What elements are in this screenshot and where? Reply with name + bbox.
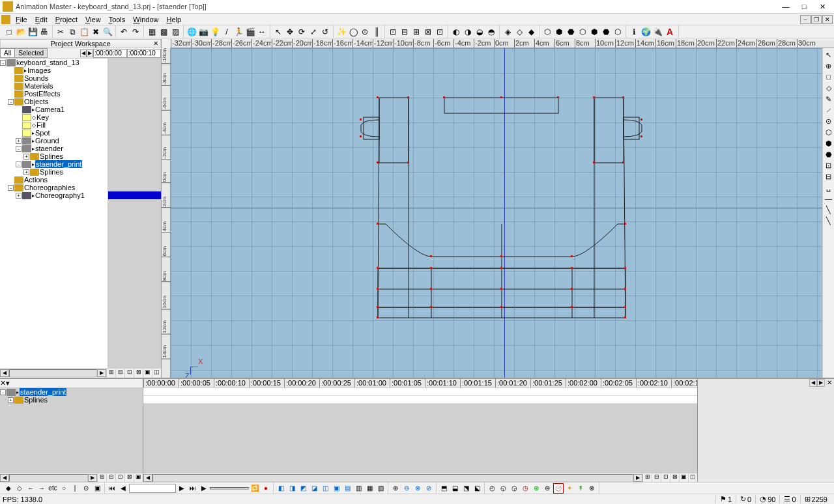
b7-icon[interactable]: ▤: [342, 483, 352, 494]
tree-item[interactable]: Materials: [0, 82, 108, 90]
tree-item[interactable]: ▸Camera1: [0, 105, 108, 113]
h4-icon[interactable]: ⬡: [577, 27, 588, 37]
tree-expander-icon[interactable]: +: [23, 154, 29, 160]
right-tool-15[interactable]: ╲: [824, 216, 834, 226]
right-tool-2[interactable]: □: [824, 72, 834, 82]
tree-label[interactable]: Spot: [35, 129, 50, 137]
timeline-tree[interactable]: ✕ ▾ -▸staender_print+Splines ◀▶ ⊞ ⊟ ⊡ ⊠ …: [0, 379, 143, 482]
mdi-close-button[interactable]: ✕: [822, 15, 833, 24]
render-mode-1-icon[interactable]: ▦: [147, 27, 157, 37]
g2-icon[interactable]: ◑: [463, 27, 473, 37]
t1-icon[interactable]: ◈: [502, 27, 513, 37]
delete-icon[interactable]: ✖: [91, 27, 101, 37]
window-close-button[interactable]: ✕: [813, 1, 831, 13]
plugin-icon[interactable]: 🔌: [652, 27, 663, 37]
rotate-icon[interactable]: ⟳: [296, 27, 307, 37]
m7-icon[interactable]: ㊀: [553, 483, 564, 494]
timeline-tree-close-icon[interactable]: ✕: [0, 379, 6, 387]
tree-expander-icon[interactable]: -: [0, 60, 6, 66]
mod4-icon[interactable]: ⊠: [423, 27, 433, 37]
h2-icon[interactable]: ⬢: [554, 27, 564, 37]
tree-item[interactable]: -Objects: [0, 98, 108, 105]
view-btn-5[interactable]: ▣: [143, 369, 152, 378]
tree-label[interactable]: Choreography1: [35, 191, 85, 199]
paste-icon[interactable]: 📋: [79, 27, 89, 37]
key-dot-icon[interactable]: ⊙: [81, 483, 91, 494]
d3-icon[interactable]: ⬔: [461, 483, 471, 494]
tl-view-2[interactable]: ⊟: [652, 473, 661, 483]
bt-view-5[interactable]: ▣: [134, 473, 143, 483]
b2-icon[interactable]: ◨: [287, 483, 297, 494]
right-tool-14[interactable]: ╲: [824, 204, 834, 215]
right-tool-9[interactable]: ⬣: [824, 149, 834, 160]
h7-icon[interactable]: ⬡: [612, 27, 623, 37]
scale-icon[interactable]: ⤢: [308, 27, 319, 37]
tree-label[interactable]: Objects: [24, 98, 48, 105]
c3-icon[interactable]: ⊗: [412, 483, 423, 494]
time-prev-icon[interactable]: ◀: [80, 49, 87, 57]
tree-item[interactable]: +Splines: [0, 168, 108, 176]
b8-icon[interactable]: ▥: [353, 483, 364, 494]
tl-view-4[interactable]: ⊠: [670, 473, 679, 483]
tree-item[interactable]: ▸Images: [0, 66, 108, 74]
save-icon[interactable]: 💾: [27, 27, 38, 37]
tree-label[interactable]: Camera1: [35, 105, 65, 113]
right-tool-5[interactable]: ⟋: [824, 105, 834, 115]
world-icon[interactable]: 🌐: [186, 27, 197, 37]
view-btn-6[interactable]: ◫: [152, 369, 161, 378]
key-box-icon[interactable]: ▣: [92, 483, 102, 494]
bt-view-2[interactable]: ⊟: [106, 473, 115, 483]
timeline-ruler[interactable]: :00:00:00:00:00:05:00:00:10:00:00:15:00:…: [143, 379, 697, 388]
h6-icon[interactable]: ⬣: [601, 27, 611, 37]
b10-icon[interactable]: ▧: [375, 483, 386, 494]
timeline-row[interactable]: [143, 388, 697, 396]
right-tool-3[interactable]: ◇: [824, 83, 834, 93]
bt-view-4[interactable]: ⊠: [124, 473, 134, 483]
copy-icon[interactable]: ⧉: [67, 27, 78, 37]
tree-item[interactable]: -keyboard_stand_13: [0, 59, 108, 66]
tree-item[interactable]: -▸staender: [0, 145, 108, 152]
insp-right-icon[interactable]: ▶: [817, 379, 825, 387]
light-icon[interactable]: 💡: [210, 27, 220, 37]
wizard-icon[interactable]: ✨: [336, 27, 347, 37]
right-tool-4[interactable]: ✎: [824, 94, 834, 104]
lasso-icon[interactable]: ◯: [348, 27, 358, 37]
d1-icon[interactable]: ⬒: [439, 483, 449, 494]
m8-icon[interactable]: ✦: [564, 483, 575, 494]
b5-icon[interactable]: ◫: [320, 483, 330, 494]
tree-expander-icon[interactable]: -: [0, 389, 6, 395]
m1-icon[interactable]: ◴: [487, 483, 497, 494]
tl-view-5[interactable]: ▣: [679, 473, 688, 483]
mod5-icon[interactable]: ⊡: [435, 27, 445, 37]
right-tool-0[interactable]: ↖: [824, 49, 834, 60]
m3-icon[interactable]: ◶: [509, 483, 519, 494]
find-icon[interactable]: 🔍: [102, 27, 113, 37]
tree-expander-icon[interactable]: -: [8, 185, 14, 191]
open-icon[interactable]: 📂: [16, 27, 26, 37]
time-start-input[interactable]: [93, 49, 127, 58]
view-btn-4[interactable]: ⊠: [134, 369, 143, 378]
tree-label[interactable]: Fill: [36, 121, 46, 129]
c1-icon[interactable]: ⊕: [390, 483, 401, 494]
c2-icon[interactable]: ⊖: [401, 483, 412, 494]
tree-item[interactable]: PostEffects: [0, 90, 108, 98]
tree-label[interactable]: Sounds: [24, 74, 48, 82]
action-icon[interactable]: 🏃: [233, 27, 244, 37]
t3-icon[interactable]: ◆: [526, 27, 536, 37]
b4-icon[interactable]: ◪: [309, 483, 319, 494]
mdi-restore-button[interactable]: ❐: [811, 15, 822, 24]
tree-label[interactable]: Actions: [24, 176, 48, 184]
key-circle-icon[interactable]: ○: [59, 483, 69, 494]
tree-expander-icon[interactable]: +: [16, 193, 22, 199]
right-tool-7[interactable]: ⬡: [824, 127, 834, 137]
tree-label[interactable]: Key: [36, 113, 49, 121]
bt-scrollbar[interactable]: [9, 474, 88, 482]
b3-icon[interactable]: ◩: [298, 483, 308, 494]
right-tool-8[interactable]: ⬢: [824, 138, 834, 148]
loop-icon[interactable]: 🔁: [250, 483, 260, 494]
b9-icon[interactable]: ▦: [364, 483, 375, 494]
h5-icon[interactable]: ⬢: [589, 27, 599, 37]
tree-item[interactable]: Sounds: [0, 74, 108, 82]
project-workspace-close-icon[interactable]: ✕: [152, 40, 160, 48]
tree-item[interactable]: +▸Ground: [0, 137, 108, 145]
